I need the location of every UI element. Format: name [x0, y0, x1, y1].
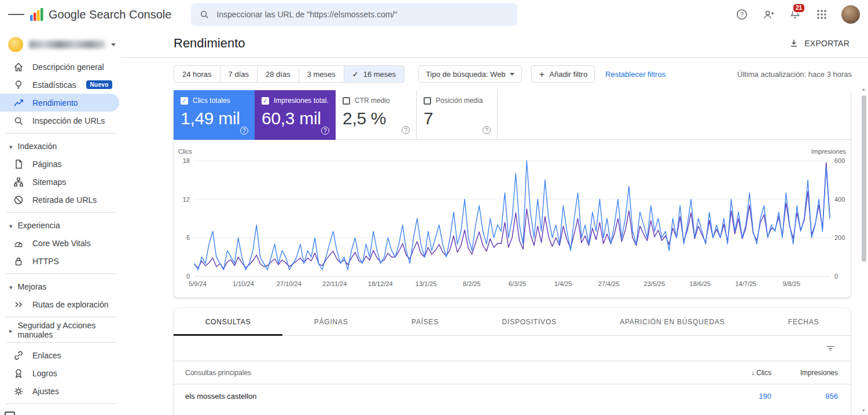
- table-row[interactable]: els mossets castellon 190 856: [174, 384, 851, 407]
- sidebar-item-overview[interactable]: Descripción general: [0, 58, 123, 76]
- query-cell[interactable]: els mossets castellon: [185, 392, 705, 401]
- metric-total-clicks[interactable]: Clics totales 1,49 mil: [174, 90, 255, 140]
- metric-average-position[interactable]: Posición media 7: [417, 90, 498, 140]
- impressions-column-header[interactable]: Impresiones: [771, 369, 838, 377]
- feedback-icon[interactable]: [5, 412, 15, 415]
- section-title: Experiencia: [18, 221, 60, 230]
- metric-label: CTR medio: [355, 97, 390, 105]
- sidebar-section-enhancements[interactable]: Mejoras: [0, 277, 123, 295]
- gauge-icon: [13, 238, 24, 249]
- notification-count-badge: 21: [792, 3, 806, 13]
- sidebar-item-label: Inspección de URLs: [32, 116, 105, 125]
- menu-icon[interactable]: [5, 3, 28, 26]
- help-icon[interactable]: [240, 127, 248, 135]
- sidebar-item-removals[interactable]: Retirada de URLs: [0, 191, 123, 209]
- search-type-dropdown[interactable]: Tipo de búsqueda: Web: [418, 65, 522, 83]
- vertical-scrollbar[interactable]: [860, 86, 867, 415]
- svg-text:?: ?: [740, 11, 744, 18]
- app-logo[interactable]: Google Search Console: [29, 7, 171, 22]
- tab-countries[interactable]: PAÍSES: [380, 308, 470, 335]
- sidebar-item-security-manual-actions[interactable]: Seguridad y Acciones manuales: [0, 321, 123, 339]
- filter-list-icon[interactable]: [825, 343, 836, 354]
- svg-text:18/6/25: 18/6/25: [690, 280, 711, 287]
- performance-chart[interactable]: 0612180200400600ClicsImpresiones5/9/241/…: [174, 140, 851, 298]
- tab-search-appearance[interactable]: APARICIÓN EN BÚSQUEDAS: [588, 308, 756, 335]
- avatar[interactable]: [841, 5, 860, 24]
- sidebar-item-core-web-vitals[interactable]: Core Web Vitals: [0, 234, 123, 252]
- scroll-up-arrow-icon[interactable]: [862, 86, 866, 94]
- svg-text:6/3/25: 6/3/25: [509, 280, 527, 287]
- metric-label: Impresiones total...: [274, 97, 329, 105]
- chip-7-days[interactable]: 7 días: [220, 65, 258, 83]
- sidebar-item-label: Rendimiento: [32, 98, 78, 108]
- property-selector[interactable]: [0, 31, 123, 58]
- chip-28-days[interactable]: 28 días: [257, 65, 299, 83]
- metric-cards-spacer: [498, 90, 851, 140]
- tab-pages[interactable]: PÁGINAS: [282, 308, 380, 335]
- help-icon[interactable]: [402, 126, 410, 134]
- tab-queries[interactable]: CONSULTAS: [174, 308, 282, 335]
- checkbox-unchecked-icon[interactable]: [424, 97, 431, 105]
- rows-header: Consultas principales: [185, 369, 705, 377]
- chip-3-months[interactable]: 3 meses: [299, 65, 344, 83]
- divider: [6, 273, 117, 274]
- apps-grid-icon[interactable]: [810, 3, 833, 26]
- svg-text:27/10/24: 27/10/24: [277, 280, 301, 287]
- sidebar-item-achievements[interactable]: Logros: [0, 364, 123, 382]
- scrollbar-thumb[interactable]: [862, 95, 866, 262]
- help-icon[interactable]: [321, 127, 329, 135]
- svg-text:1/4/25: 1/4/25: [554, 280, 572, 287]
- sidebar-item-sitemaps[interactable]: Sitemaps: [0, 173, 123, 191]
- svg-text:200: 200: [834, 234, 845, 241]
- reset-filters-link[interactable]: Restablecer filtros: [605, 70, 665, 79]
- add-filter-button[interactable]: Añadir filtro: [531, 65, 595, 83]
- metric-average-ctr[interactable]: CTR medio 2,5 %: [336, 90, 417, 140]
- help-icon[interactable]: ?: [730, 3, 753, 26]
- svg-text:0: 0: [834, 273, 838, 280]
- sidebar-item-label: Seguridad y Acciones manuales: [18, 321, 123, 339]
- chevron-down-icon: [510, 73, 514, 76]
- sidebar-section-indexing[interactable]: Indexación: [0, 137, 123, 155]
- tab-devices[interactable]: DISPOSITIVOS: [470, 308, 589, 335]
- url-inspection-searchbox[interactable]: [191, 3, 517, 26]
- metric-label: Posición media: [436, 97, 483, 105]
- add-user-icon[interactable]: [757, 3, 780, 26]
- search-input[interactable]: [215, 9, 509, 20]
- checkbox-checked-icon[interactable]: [181, 97, 188, 105]
- sidebar-section-experience[interactable]: Experiencia: [0, 216, 123, 234]
- clicks-column-header[interactable]: Clics: [705, 369, 771, 377]
- chip-24-hours[interactable]: 24 horas: [174, 65, 220, 83]
- metric-value: 1,49 mil: [181, 109, 248, 128]
- scroll-down-arrow-icon[interactable]: [862, 407, 866, 415]
- sidebar-item-insights[interactable]: Estadísticas Nuevo: [0, 76, 123, 94]
- topbar: Google Search Console ?: [0, 0, 868, 29]
- chevron-down-icon: [111, 43, 116, 46]
- svg-text:9/8/25: 9/8/25: [782, 280, 800, 287]
- chip-16-months[interactable]: 16 meses: [344, 65, 404, 83]
- sidebar-item-breadcrumbs[interactable]: Rutas de exploración: [0, 295, 123, 313]
- chevron-down-icon: [9, 282, 13, 291]
- sidebar-item-settings[interactable]: Ajustes: [0, 382, 123, 400]
- divider: [6, 403, 117, 404]
- svg-text:6: 6: [186, 234, 190, 241]
- link-icon: [13, 350, 24, 361]
- block-icon: [13, 194, 24, 206]
- svg-text:12: 12: [183, 196, 190, 203]
- help-icon[interactable]: [483, 126, 491, 134]
- performance-chart-icon: [13, 97, 24, 109]
- export-button[interactable]: EXPORTAR: [785, 38, 853, 49]
- sidebar-item-label: Core Web Vitals: [32, 239, 91, 248]
- plus-icon: [539, 69, 545, 79]
- scroll-area: Clics totales 1,49 mil Impresiones total…: [123, 90, 868, 415]
- svg-text:27/4/25: 27/4/25: [598, 280, 620, 287]
- notifications-bell-icon[interactable]: 21: [784, 3, 807, 26]
- checkbox-unchecked-icon[interactable]: [343, 97, 350, 105]
- tab-dates[interactable]: FECHAS: [756, 308, 851, 335]
- sidebar-item-pages[interactable]: Páginas: [0, 155, 123, 173]
- sidebar-item-links[interactable]: Enlaces: [0, 346, 123, 364]
- sidebar-item-https[interactable]: HTTPS: [0, 252, 123, 270]
- sidebar-item-performance[interactable]: Rendimiento: [0, 94, 119, 112]
- sidebar-item-url-inspection[interactable]: Inspección de URLs: [0, 112, 123, 129]
- metric-total-impressions[interactable]: Impresiones total... 60,3 mil: [255, 90, 336, 140]
- checkbox-checked-icon[interactable]: [262, 97, 269, 105]
